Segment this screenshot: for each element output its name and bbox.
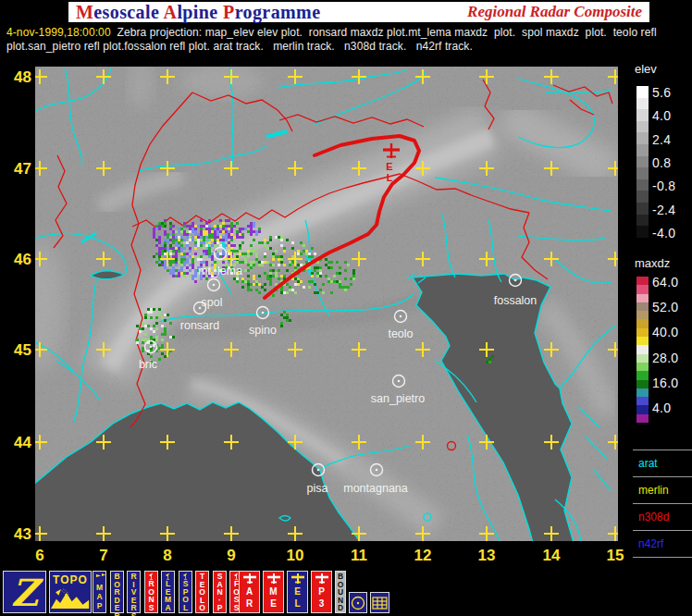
colorbar-step xyxy=(636,405,649,413)
colorbar-step xyxy=(636,294,649,302)
toolbar-aircraft-button-p3[interactable]: P3 xyxy=(311,571,332,613)
colorbar-step xyxy=(636,328,649,337)
colorbar-step xyxy=(636,354,649,363)
toolbar-aircraft-button-electra[interactable]: EL xyxy=(287,571,308,613)
button-label: RIVERS xyxy=(128,573,140,616)
colorbar-step xyxy=(636,414,649,423)
track-legend-divider xyxy=(633,557,692,564)
colorbar-label: -4.0 xyxy=(652,226,675,240)
colorbar-step xyxy=(636,397,649,405)
aircraft-track-label: EL xyxy=(386,161,392,183)
colorbar-step xyxy=(636,144,649,156)
timestamp: 4-nov-1999,18:00:00 xyxy=(6,26,111,39)
colorbar-label: 4.0 xyxy=(652,400,671,415)
info-line-2: plot.san_pietro refl plot.fossalon refl … xyxy=(6,40,689,53)
toolbar-button-borders[interactable]: BORDERS xyxy=(110,571,124,613)
maxdz-colorbar-title: maxdz xyxy=(635,256,670,270)
svg-text:mt_lema: mt_lema xyxy=(198,265,242,277)
radar-composite-map: EL mt_lemaspolronsardspinobricteolosan_p… xyxy=(35,67,618,541)
button-label: RONS xyxy=(145,580,157,611)
svg-text:pisa: pisa xyxy=(307,482,328,495)
colorbar-step xyxy=(636,167,649,179)
colorbar-step xyxy=(636,380,649,388)
colorbar-step xyxy=(636,345,649,353)
colorbar-step xyxy=(636,285,649,293)
topo-button[interactable]: TOPO xyxy=(49,571,92,613)
app-subtitle: Regional Radar Composite xyxy=(467,3,642,21)
button-label: AR xyxy=(240,585,259,611)
maxdz-colorbar xyxy=(636,277,649,423)
colorbar-step xyxy=(636,109,649,121)
lon-label-14: 14 xyxy=(543,547,561,565)
toolbar-button-lema[interactable]: LEMA xyxy=(161,571,175,613)
svg-text:E: E xyxy=(386,161,392,172)
button-label: BOUNDS xyxy=(336,573,345,616)
button-label: LEMA xyxy=(162,580,174,611)
app-title-segment: A xyxy=(164,2,178,22)
toolbar-aircraft-button-merlin[interactable]: ME xyxy=(263,571,284,613)
toolbar-button-bounds[interactable]: BOUNDS xyxy=(335,571,346,613)
colorbar-step xyxy=(636,302,649,311)
app-title-segment: P xyxy=(223,2,235,22)
colorbar-step xyxy=(636,132,649,144)
toolbar-button-teolo[interactable]: TEOLO xyxy=(195,571,209,613)
colorbar-step xyxy=(636,98,649,110)
svg-text:montagnana: montagnana xyxy=(343,482,408,495)
grid-toggle-button[interactable] xyxy=(370,592,389,613)
button-label: MAP xyxy=(93,582,105,611)
airplane-icon xyxy=(314,573,330,585)
toolbar-button-map[interactable]: MAP xyxy=(93,571,106,613)
colorbar-step xyxy=(636,311,649,319)
svg-text:teolo: teolo xyxy=(388,327,413,340)
colorbar-step xyxy=(636,121,649,133)
zebra-radar-display: { "header": { "title_segments": [ {"text… xyxy=(0,0,692,616)
toolbar-button-rons[interactable]: RONS xyxy=(144,571,158,613)
colorbar-step xyxy=(636,319,649,327)
svg-text:L: L xyxy=(387,172,393,183)
colorbar-step xyxy=(636,156,649,168)
topo-mountains-icon xyxy=(51,586,90,610)
lon-label-6: 6 xyxy=(35,547,43,565)
button-label: SAN·P xyxy=(214,573,226,612)
toolbar-button-rivers[interactable]: RIVERS xyxy=(127,571,141,613)
station-marker-toggle-button[interactable] xyxy=(349,592,367,613)
app-title-segment: rogramme xyxy=(235,2,321,22)
lat-label-43: 43 xyxy=(2,525,31,544)
info-line-1: 4-nov-1999,18:00:00 Zebra projection: ma… xyxy=(6,26,689,39)
colorbar-label: 2.4 xyxy=(652,132,671,147)
svg-text:san_pietro: san_pietro xyxy=(371,392,425,405)
track-legend-n308d: n308d xyxy=(633,503,692,530)
colorbar-step xyxy=(636,388,649,397)
lon-label-9: 9 xyxy=(227,547,235,565)
svg-text:ronsard: ronsard xyxy=(180,319,219,332)
svg-text:spino: spino xyxy=(249,324,277,337)
app-title-segment: lpine xyxy=(177,2,223,22)
colorbar-label: 16.0 xyxy=(652,376,678,390)
toolbar-button-spol[interactable]: SPOL xyxy=(179,571,192,613)
colorbar-step xyxy=(636,215,649,227)
app-title: Mesoscale Alpine Programme xyxy=(76,2,320,23)
lon-label-10: 10 xyxy=(287,547,304,565)
colorbar-step xyxy=(636,86,649,98)
airplane-icon xyxy=(290,573,306,585)
colorbar-step xyxy=(636,226,649,238)
colorbar-step xyxy=(636,337,649,345)
lon-label-13: 13 xyxy=(478,547,496,565)
colorbar-label: 40.0 xyxy=(652,325,678,339)
toolbar-button-san_p[interactable]: SAN·P xyxy=(213,571,227,613)
svg-text:spol: spol xyxy=(202,296,223,309)
lat-label-45: 45 xyxy=(2,341,31,360)
button-label: BORDERS xyxy=(111,573,123,616)
colorbar-step xyxy=(636,363,649,371)
track-legend-arat: arat xyxy=(633,450,692,476)
colorbar-label: -0.8 xyxy=(652,179,675,193)
toolbar-aircraft-button-arat[interactable]: AR xyxy=(239,571,260,613)
button-label: ME xyxy=(264,585,283,611)
lon-label-11: 11 xyxy=(351,547,367,565)
elev-colorbar-title: elev xyxy=(635,62,657,76)
elev-colorbar xyxy=(636,86,649,238)
track-legend-n42rf: n42rf xyxy=(633,530,692,557)
lat-label-47: 47 xyxy=(2,160,31,179)
app-title-segment: esoscale xyxy=(93,2,163,22)
zebra-logo-button[interactable]: Z xyxy=(3,571,46,613)
